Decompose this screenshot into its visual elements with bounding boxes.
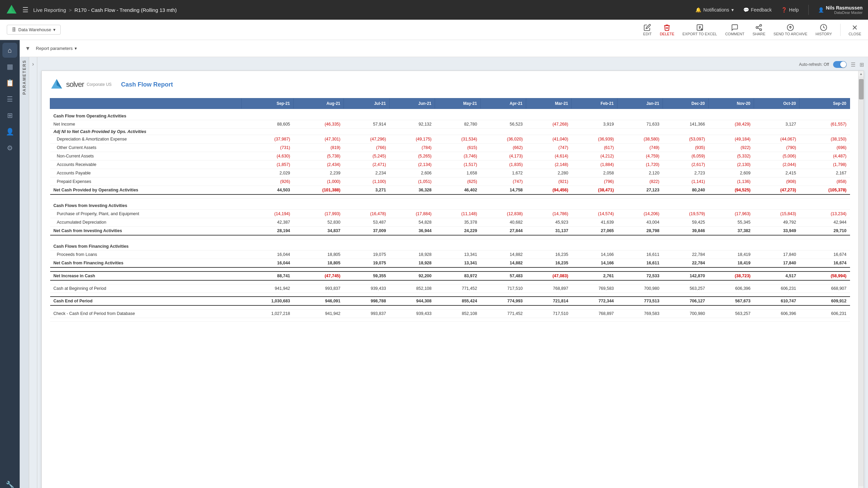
table-row: Net Income88,605(46,335)57,91492,13282,7… [50, 120, 850, 129]
sidebar-item-grid[interactable]: ⊞ [2, 108, 17, 123]
row-value: 3,919 [572, 120, 617, 129]
scrollbar-track[interactable] [859, 76, 864, 486]
row-label: Accumulated Depreciation [50, 218, 242, 227]
spacer-row [50, 267, 850, 271]
row-value: 772,344 [572, 297, 617, 305]
row-value: (1,100) [344, 177, 389, 186]
row-value: 142,870 [663, 271, 708, 280]
row-value: 33,949 [754, 227, 800, 236]
row-value: 717,510 [526, 309, 572, 318]
cash-flow-table: Sep-21 Aug-21 Jul-21 Jun-21 May-21 Apr-2… [50, 98, 850, 322]
sidebar-item-list[interactable]: ☰ [2, 92, 17, 107]
row-value: 706,127 [663, 297, 708, 305]
share-button[interactable]: SHARE [752, 24, 765, 36]
spacer-row [50, 305, 850, 309]
row-value: (47,745) [294, 271, 344, 280]
row-value: (749) [617, 144, 663, 152]
row-value: (53,097) [663, 135, 708, 144]
sidebar-item-dashboard[interactable]: ▦ [2, 59, 17, 74]
sidebar-item-reports[interactable]: 📋 [2, 75, 17, 90]
row-value: (38,150) [800, 135, 850, 144]
row-value: 49,792 [754, 218, 800, 227]
row-value: 769,583 [617, 309, 663, 318]
notifications-label: Notifications [703, 7, 729, 13]
scroll-down[interactable]: ▼ [859, 486, 864, 488]
row-label: Prepaid Expenses [50, 177, 242, 186]
row-value: (13,234) [800, 210, 850, 218]
sidebar-item-users[interactable]: 👤 [2, 124, 17, 139]
close-button[interactable]: CLOSE [849, 24, 861, 36]
row-value: 668,907 [800, 284, 850, 293]
scroll-up[interactable]: ▲ [859, 71, 864, 76]
sidebar-item-analytics[interactable]: ⚙ [2, 140, 17, 155]
feedback-icon: 💬 [743, 7, 749, 13]
feedback-button[interactable]: 💬 Feedback [743, 7, 772, 13]
row-value: 57,483 [480, 271, 526, 280]
col-oct-20: Oct-20 [754, 98, 800, 109]
row-value: 16,235 [526, 259, 572, 268]
wrench-icon: 🔧 [6, 481, 14, 488]
row-value: 42,387 [242, 218, 294, 227]
row-value: 1,030,683 [242, 297, 294, 305]
row-value: 19,075 [344, 250, 389, 259]
row-value: 29,710 [800, 227, 850, 236]
row-value: 40,682 [480, 218, 526, 227]
view-icon-list[interactable]: ☰ [851, 61, 855, 68]
row-value: (1,798) [800, 161, 850, 169]
row-value: 28,798 [617, 227, 663, 236]
row-value: 53,487 [344, 218, 389, 227]
row-value: 14,758 [480, 186, 526, 195]
warehouse-button[interactable]: 🗄 Data Warehouse ▾ [7, 25, 61, 35]
col-may-21: May-21 [435, 98, 480, 109]
row-value: 993,837 [294, 284, 344, 293]
row-value: (1,051) [389, 177, 435, 186]
row-value: (858) [800, 177, 850, 186]
row-value: 18,419 [708, 259, 754, 268]
view-icon-grid[interactable]: ⊞ [860, 61, 864, 68]
notifications-button[interactable]: 🔔 Notifications ▾ [695, 7, 733, 13]
row-value: (747) [526, 144, 572, 152]
comment-button[interactable]: COMMENT [725, 24, 745, 36]
collapse-button[interactable]: › [32, 61, 34, 67]
section-header-row: Cash Flow from Operating Activities [50, 109, 850, 120]
filter-icon[interactable]: ▼ [25, 45, 31, 52]
divider [808, 5, 809, 15]
delete-button[interactable]: DELETE [660, 24, 674, 36]
params-label[interactable]: Report parameters ▾ [36, 46, 77, 51]
history-button[interactable]: HISTORY [815, 24, 832, 36]
app-logo [5, 4, 18, 16]
row-value: (94,456) [526, 186, 572, 195]
row-value: (94,525) [708, 186, 754, 195]
row-value: 946,091 [294, 297, 344, 305]
row-value: (5,738) [294, 152, 344, 161]
row-value: 13,341 [435, 259, 480, 268]
table-row: Purchase of Property, Plant, and Equipme… [50, 210, 850, 218]
row-label: Cash End of Period [50, 297, 242, 305]
right-scrollbar[interactable]: ▲ ▼ [858, 71, 864, 488]
row-value: (662) [480, 144, 526, 152]
auto-refresh-toggle[interactable] [833, 61, 847, 68]
edit-button[interactable]: EDIT [643, 24, 652, 36]
export-button[interactable]: EXPORT TO EXCEL [683, 24, 717, 36]
row-label: Depreciation & Amortization Expense [50, 135, 242, 144]
share-label: SHARE [752, 32, 765, 36]
row-value: 16,044 [242, 250, 294, 259]
hamburger-menu[interactable]: ☰ [22, 6, 28, 14]
row-value: (766) [344, 144, 389, 152]
help-button[interactable]: ❓ Help [781, 7, 799, 13]
send-to-archive-button[interactable]: SEND TO ARCHIVE [773, 24, 807, 36]
row-value: 16,611 [617, 259, 663, 268]
row-value: (2,617) [663, 161, 708, 169]
sidebar-item-wrench[interactable]: 🔧 [2, 477, 17, 488]
row-value: 852,108 [389, 284, 435, 293]
row-value: 944,308 [389, 297, 435, 305]
row-value: (2,044) [754, 161, 800, 169]
breadcrumb-parent[interactable]: Live Reporting [33, 7, 66, 13]
row-value: (31,534) [435, 135, 480, 144]
close-label: CLOSE [849, 32, 861, 36]
row-value: 56,523 [480, 120, 526, 129]
row-value: 14,882 [480, 250, 526, 259]
user-section[interactable]: 👤 Nils Rasmussen DataDear Master [818, 5, 863, 15]
row-value: 2,606 [389, 169, 435, 177]
sidebar-item-home[interactable]: ⌂ [2, 43, 17, 58]
